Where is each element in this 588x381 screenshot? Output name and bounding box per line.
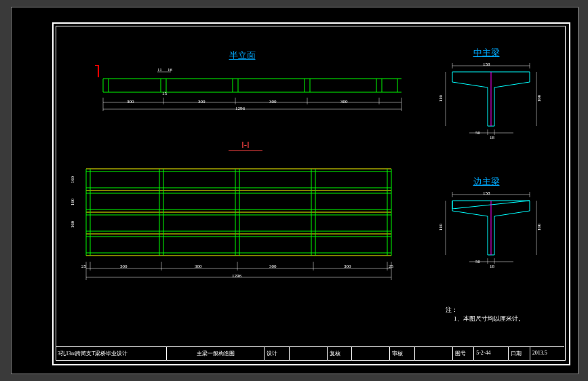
elev-sp4: 300: [340, 99, 348, 104]
section-title: Ⅰ-Ⅰ: [229, 140, 262, 151]
elev-sp1: 300: [127, 99, 134, 104]
sb-top: 158: [483, 190, 490, 196]
tb-check: 复核: [328, 347, 352, 360]
title-block: 3孔13m跨简支T梁桥毕业设计 主梁一般构造图 设计 复核 审核 图号 5-2-…: [56, 346, 564, 360]
elevation-title: 半立面: [215, 49, 269, 62]
plan-sp4: 300: [344, 264, 351, 269]
elev-total: 1296: [235, 106, 245, 111]
mid-beam-section: [439, 62, 544, 143]
plan-row1: 160: [70, 176, 75, 184]
mb-bot: 50: [475, 130, 480, 136]
elevation-view: [93, 65, 405, 119]
tb-check-v: [352, 347, 390, 360]
plan-row3: 160: [70, 221, 75, 228]
mb-h: 110: [438, 95, 444, 102]
tb-approve-v: [415, 347, 453, 360]
tb-project: 3孔13m跨简支T梁桥毕业设计: [56, 347, 167, 360]
plan-e2: 25: [389, 264, 393, 269]
tb-date: 2013.5: [530, 347, 564, 360]
sb-web: 18: [490, 264, 494, 269]
sb-bot: 50: [475, 259, 480, 264]
tb-design: 设计: [264, 347, 289, 360]
side-beam-section: [439, 190, 544, 272]
mb-top: 158: [483, 62, 490, 67]
tb-design-v: [290, 347, 328, 360]
elev-sp2: 300: [198, 99, 205, 104]
tb-drawing: 主梁一般构造图: [167, 347, 264, 360]
plan-sp1: 300: [120, 264, 128, 269]
cad-frame: 半立面 11 16 15 300 300 300 300 1296: [11, 7, 579, 374]
tb-approve: 审核: [390, 347, 414, 360]
note-label: 注：: [446, 306, 524, 315]
dim-top2: 16: [168, 67, 172, 73]
plan-e1: 25: [81, 264, 86, 269]
mb-rh: 100: [536, 95, 542, 102]
tb-sheet: 5-2-44: [474, 347, 509, 360]
note-line1: 1、本图尺寸均以厘米计。: [446, 315, 524, 323]
plan-row2: 160: [70, 199, 75, 206]
note-block: 注： 1、本图尺寸均以厘米计。: [446, 306, 524, 323]
mid-beam-title: 中主梁: [466, 47, 507, 59]
side-beam-title: 边主梁: [466, 176, 507, 188]
sb-h: 110: [438, 224, 444, 230]
sb-rh: 100: [536, 224, 542, 231]
plan-sp3: 300: [269, 264, 277, 269]
plan-sp2: 300: [195, 264, 202, 269]
tb-sheet-label: 图号: [453, 347, 475, 360]
dim-top1: 11: [157, 67, 162, 73]
plan-total: 1296: [232, 273, 241, 279]
mb-web: 18: [490, 135, 494, 140]
tb-date-label: 日期: [509, 347, 530, 360]
elev-sp3: 300: [269, 99, 277, 104]
dim-small15: 15: [162, 91, 167, 96]
